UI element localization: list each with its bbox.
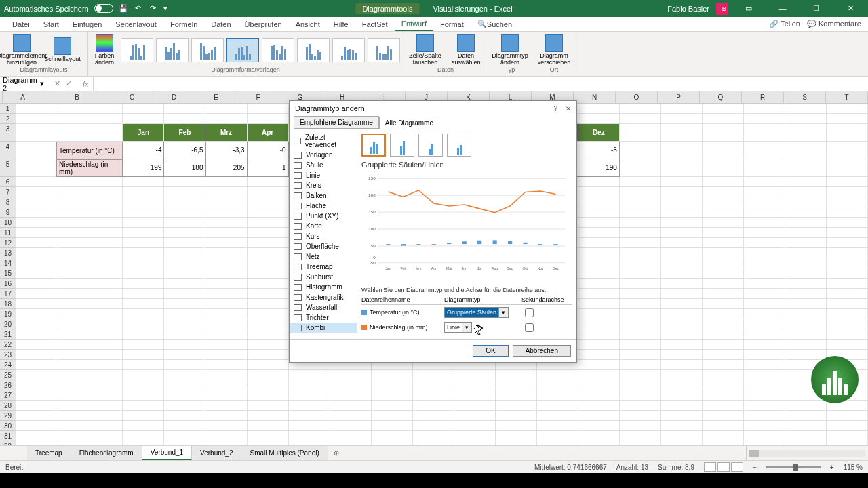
chart-style-thumb[interactable] [297,38,330,62]
cell[interactable] [578,228,620,238]
cell[interactable] [578,350,620,360]
cell[interactable] [248,401,289,411]
cell[interactable]: -3,3 [206,142,248,159]
cell[interactable] [578,218,620,228]
cell[interactable] [785,248,827,258]
cell[interactable]: Jan [123,124,164,142]
cell[interactable] [496,390,537,401]
cell[interactable] [123,319,164,329]
cell[interactable] [164,177,205,187]
cell[interactable] [661,411,703,421]
redo-icon[interactable]: ↷ [149,4,158,14]
cell[interactable] [827,187,868,197]
cell[interactable] [578,390,620,401]
cell[interactable] [372,441,413,445]
cell[interactable] [785,207,827,218]
cell[interactable] [620,441,661,445]
cell[interactable] [744,340,785,350]
cell[interactable] [785,114,827,124]
cell[interactable] [703,177,744,187]
cell[interactable] [744,159,785,177]
cell[interactable] [123,289,164,299]
cell[interactable] [164,299,205,309]
cell[interactable] [744,142,785,159]
cell[interactable] [827,411,868,421]
cell[interactable] [330,401,372,411]
cell[interactable] [785,299,827,309]
cell[interactable] [744,289,785,299]
cell[interactable] [16,238,56,248]
zoom-level[interactable]: 115 % [844,464,863,471]
cell[interactable] [620,421,661,431]
save-icon[interactable]: 💾 [119,4,128,14]
tab-datei[interactable]: Datei [5,17,37,31]
row-header[interactable]: 30 [0,421,16,431]
cell[interactable] [785,142,827,159]
cell[interactable] [620,279,661,289]
cell[interactable] [785,124,827,142]
cell[interactable] [123,279,164,289]
cell[interactable] [703,431,744,441]
cell[interactable] [289,401,330,411]
cell[interactable] [248,340,289,350]
cell[interactable] [248,187,289,197]
cell[interactable] [661,380,703,390]
cell[interactable] [454,431,496,441]
cell[interactable]: -6,5 [164,142,205,159]
cell[interactable] [56,319,123,329]
cell[interactable] [248,218,289,228]
row-header[interactable]: 8 [0,197,16,207]
cell[interactable] [578,248,620,258]
cell[interactable] [372,390,413,401]
cell[interactable] [454,380,496,390]
cell[interactable] [413,380,454,390]
tab-hilfe[interactable]: Hilfe [327,17,355,31]
cell[interactable] [827,340,868,350]
row-header[interactable]: 31 [0,431,16,441]
cell[interactable] [827,207,868,218]
cell[interactable] [248,238,289,248]
cell[interactable] [661,197,703,207]
cell[interactable] [620,380,661,390]
cell[interactable] [372,380,413,390]
subtype-stacked-area-col[interactable] [418,134,443,157]
cell[interactable] [785,421,827,431]
maximize-icon[interactable]: ☐ [803,0,830,17]
cell[interactable] [578,177,620,187]
cell[interactable] [164,279,205,289]
cell[interactable] [785,289,827,299]
chart-type-item[interactable]: Punkt (XY) [290,211,357,221]
cell[interactable] [289,421,330,431]
cell[interactable] [537,421,578,431]
cell[interactable] [248,329,289,340]
cell[interactable] [620,187,661,197]
chart-type-item[interactable]: Karte [290,221,357,231]
cell[interactable] [164,114,205,124]
cell[interactable] [164,207,205,218]
cell[interactable] [454,390,496,401]
chart-type-item[interactable]: Zuletzt verwendet [290,132,357,150]
cell[interactable] [578,258,620,268]
cell[interactable] [827,268,868,279]
chart-style-thumb[interactable] [262,38,294,62]
column-header[interactable]: B [43,92,111,104]
cell[interactable] [123,329,164,340]
cell[interactable]: 199 [123,159,164,177]
cell[interactable] [16,159,56,177]
cell[interactable] [578,421,620,431]
cell[interactable] [620,238,661,248]
chart-type-item[interactable]: Kombi [290,323,357,333]
cell[interactable] [661,124,703,142]
cell[interactable] [16,390,56,401]
cell[interactable] [164,268,205,279]
cell[interactable] [578,441,620,445]
cell[interactable] [205,309,247,319]
cell[interactable] [56,248,123,258]
cell[interactable] [16,114,56,124]
cell[interactable] [620,197,661,207]
cell[interactable] [703,124,744,142]
cell[interactable] [827,177,868,187]
cell[interactable] [56,441,123,445]
subtype-clustered-col-line[interactable] [361,134,386,157]
cell[interactable] [744,258,785,268]
